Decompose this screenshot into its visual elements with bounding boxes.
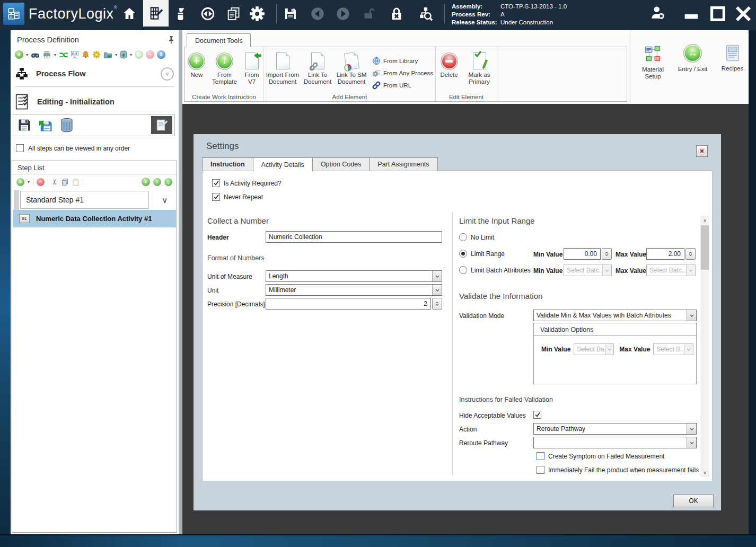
limit-batch-row: Limit Batch Attributes — [459, 266, 531, 274]
link-to-document-button[interactable]: Link To Document — [301, 50, 334, 85]
link-to-sm-document-button[interactable]: Link To SM Document — [334, 50, 369, 85]
step-selector[interactable]: Standard Step #1 — [20, 191, 149, 209]
max-value-spinner[interactable]: 2.00 — [646, 248, 696, 260]
spinner-buttons[interactable] — [432, 298, 442, 310]
add-step-caret-icon[interactable]: ▾ — [28, 180, 30, 184]
activity-list-item-selected[interactable]: 01 Numeric Data Collection Activity #1 — [13, 210, 176, 227]
refresh-button-disabled[interactable]: ↻ — [135, 50, 143, 59]
collapse-button[interactable]: ∨ — [161, 67, 174, 81]
forward-button[interactable] — [335, 6, 351, 22]
recipes-button[interactable]: Recipes — [716, 44, 749, 104]
panel-splitter[interactable] — [179, 30, 182, 534]
mark-as-primary-button[interactable]: Mark as Primary — [462, 50, 496, 85]
import-document-button[interactable] — [37, 116, 55, 134]
new-instruction-button[interactable]: + New — [184, 50, 209, 78]
scroll-down-button[interactable]: ∨ — [700, 468, 709, 477]
move-step-down-button[interactable]: ↓ — [164, 178, 172, 186]
unit-of-measure-select[interactable]: Length — [266, 270, 442, 282]
settings-button[interactable] — [249, 6, 265, 22]
step-selector-chevron-icon[interactable]: ∨ — [162, 195, 168, 205]
close-button[interactable] — [733, 3, 754, 24]
never-repeat-checkbox[interactable] — [212, 193, 220, 201]
copy-step-button[interactable] — [61, 178, 69, 186]
recycle-caret-icon[interactable]: ▾ — [130, 52, 132, 57]
validation-mode-select[interactable]: Validate Min & Max Values with Batch Att… — [533, 310, 697, 321]
paste-step-button-disabled[interactable] — [72, 178, 80, 186]
process-editor-button-active[interactable] — [143, 0, 169, 27]
add-process-button[interactable]: + — [15, 50, 23, 59]
print-button[interactable] — [42, 51, 51, 59]
cut-step-button[interactable]: ✂ — [50, 179, 59, 185]
spinner-buttons[interactable] — [602, 248, 612, 260]
unlock-button[interactable] — [361, 6, 376, 22]
maximize-button[interactable] — [707, 3, 728, 24]
presentation-button[interactable] — [71, 50, 79, 59]
stop-button-disabled[interactable]: − — [146, 50, 154, 59]
limit-batch-radio[interactable] — [459, 266, 467, 274]
dialog-scrollbar[interactable]: ∧ ∨ — [700, 216, 709, 477]
publish-caret-icon[interactable]: ▾ — [115, 52, 117, 57]
scrollbar-thumb[interactable] — [701, 225, 709, 270]
from-url-button[interactable]: From URL — [372, 80, 433, 90]
pin-button[interactable] — [168, 36, 175, 44]
lock-close-button[interactable] — [389, 6, 405, 22]
tab-activity-details[interactable]: Activity Details — [253, 157, 312, 172]
any-order-checkbox[interactable] — [16, 144, 24, 152]
limit-range-radio-selected[interactable] — [459, 250, 467, 258]
tab-document-tools[interactable]: Document Tools — [187, 33, 251, 47]
reorder-steps-button[interactable] — [59, 51, 68, 59]
back-button[interactable] — [310, 6, 326, 22]
delete-document-button[interactable] — [58, 116, 76, 134]
tab-instruction[interactable]: Instruction — [202, 157, 253, 171]
tab-part-assignments[interactable]: Part Assignments — [369, 157, 437, 171]
edit-instruction-button-selected[interactable] — [151, 116, 172, 134]
save-button[interactable] — [283, 6, 298, 22]
home-button[interactable] — [121, 6, 137, 22]
documents-button[interactable] — [225, 6, 241, 22]
delete-element-button[interactable]: Delete — [436, 50, 462, 78]
create-symptom-checkbox[interactable] — [537, 452, 544, 460]
ok-button[interactable]: OK — [673, 495, 714, 507]
spinner-buttons[interactable] — [685, 248, 696, 260]
from-v7-button[interactable]: From V7 — [240, 50, 263, 85]
logout-user-button[interactable] — [649, 5, 665, 21]
sync-button[interactable] — [200, 6, 216, 22]
minimize-button[interactable] — [681, 3, 702, 24]
add-step-button[interactable]: + — [16, 178, 24, 186]
header-input[interactable] — [266, 231, 442, 243]
process-flow-header[interactable]: Process Flow ∨ — [15, 64, 174, 83]
immediately-fail-checkbox[interactable] — [537, 466, 544, 474]
from-template-button[interactable]: ↓ From Template — [209, 50, 240, 85]
precision-spinner[interactable]: 2 — [266, 298, 442, 310]
import-from-document-button[interactable]: Import From Document — [264, 50, 301, 85]
process-settings-button[interactable] — [92, 50, 101, 59]
tab-option-codes[interactable]: Option Codes — [312, 157, 369, 171]
no-limit-radio[interactable] — [459, 233, 467, 241]
scroll-up-button[interactable]: ∧ — [700, 216, 709, 225]
unit-select[interactable]: Millimeter — [266, 284, 442, 296]
hide-acceptable-checkbox[interactable] — [533, 411, 541, 419]
remove-step-button[interactable]: − — [37, 178, 45, 186]
find-step-button[interactable]: + — [142, 178, 150, 186]
publish-button[interactable] — [103, 51, 112, 59]
min-value-spinner[interactable]: 0.00 — [564, 248, 612, 260]
save-document-button[interactable] — [15, 116, 33, 134]
feeder-setup-button[interactable] — [173, 6, 189, 22]
action-select[interactable]: Reroute Pathway — [533, 423, 697, 435]
from-any-process-button[interactable]: From Any Process — [372, 68, 433, 78]
editing-header[interactable]: Editing - Initialization — [15, 92, 174, 112]
pause-button[interactable]: ‖ — [157, 50, 165, 59]
dialog-close-button[interactable] — [696, 145, 708, 157]
process-search-button[interactable] — [418, 6, 434, 22]
find-button[interactable] — [31, 51, 40, 59]
is-activity-required-checkbox[interactable] — [212, 179, 220, 187]
material-setup-button[interactable]: Material Setup — [637, 44, 669, 104]
move-step-up-button[interactable]: ↑ — [153, 178, 161, 186]
from-library-button[interactable]: From Library — [372, 56, 433, 66]
print-caret-icon[interactable]: ▾ — [54, 52, 56, 57]
recycle-button[interactable] — [120, 50, 127, 59]
entry-exit-button[interactable]: ↔ Entry / Exit — [676, 44, 709, 104]
reroute-pathway-select[interactable] — [533, 437, 697, 448]
notifications-button[interactable] — [82, 50, 90, 59]
add-process-caret-icon[interactable]: ▾ — [26, 52, 28, 57]
